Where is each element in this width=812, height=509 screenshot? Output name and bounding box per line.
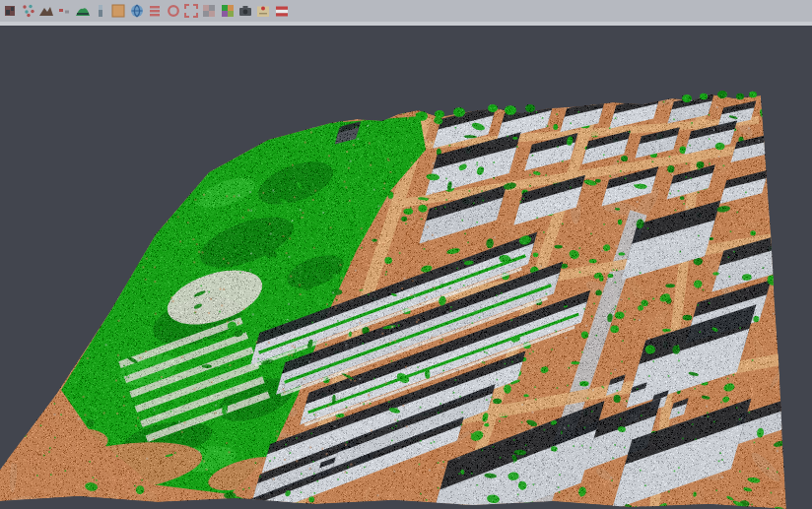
circle-select-icon: [166, 3, 181, 19]
layers-list-icon: [147, 3, 163, 19]
flag-icon[interactable]: [274, 3, 290, 19]
layers-list-icon[interactable]: [147, 3, 163, 19]
application-window: [0, 0, 812, 509]
viewport-container: [0, 26, 812, 509]
grid-checker-icon: [201, 3, 217, 19]
grid-checker-icon[interactable]: [201, 3, 217, 19]
camera-icon[interactable]: [237, 3, 253, 19]
globe-icon: [129, 3, 145, 19]
ortho-image-icon[interactable]: [110, 3, 126, 19]
globe-icon[interactable]: [129, 3, 145, 19]
toolbar: [0, 0, 812, 22]
circle-select-icon[interactable]: [166, 3, 181, 19]
classification-colors-icon: [220, 3, 236, 19]
ortho-image-icon: [110, 3, 126, 19]
dem-mountain-icon[interactable]: [38, 3, 54, 19]
dark-points-icon: [2, 3, 18, 19]
camera-icon: [237, 3, 253, 19]
measure-marks-icon: [56, 3, 72, 19]
viewport-3d[interactable]: [0, 26, 812, 509]
terrain-vegetation-icon[interactable]: [75, 3, 91, 19]
terrain-vegetation-icon: [75, 3, 91, 19]
profile-view-icon: [93, 3, 108, 19]
colored-points-icon[interactable]: [21, 3, 36, 19]
zoom-extent-icon[interactable]: [183, 3, 199, 19]
map-note-icon[interactable]: [255, 3, 271, 19]
flag-icon: [274, 3, 290, 19]
colored-points-icon: [21, 3, 36, 19]
measure-marks-icon[interactable]: [56, 3, 72, 19]
profile-view-icon[interactable]: [93, 3, 108, 19]
dem-mountain-icon: [38, 3, 54, 19]
classification-colors-icon[interactable]: [220, 3, 236, 19]
map-note-icon: [255, 3, 271, 19]
dark-points-icon[interactable]: [2, 3, 18, 19]
zoom-extent-icon: [183, 3, 199, 19]
